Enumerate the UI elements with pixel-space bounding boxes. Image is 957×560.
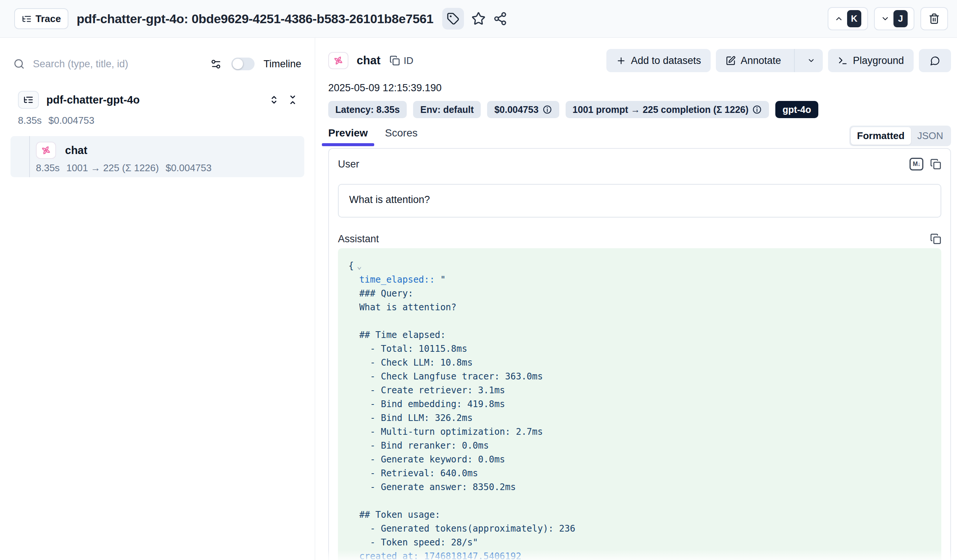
info-icon[interactable] <box>542 105 552 114</box>
code-line: time_elapsed:: " <box>348 273 931 287</box>
observation-title: chat <box>357 54 381 67</box>
metric-badge: Env: default <box>413 101 481 118</box>
trace-root-metrics: 8.35s $0.004753 <box>18 115 297 126</box>
generation-node-badge <box>36 142 56 159</box>
observation-actions: Add to datasets Annotate <box>606 49 951 72</box>
code-line: created_at: 1746818147.5406192 <box>348 549 931 560</box>
share-button[interactable] <box>493 12 507 26</box>
user-message-content: What is attention? <box>338 184 941 218</box>
collapse-chevron-icon[interactable]: ⌄ <box>357 261 362 271</box>
assistant-json-output: {⌄ time_elapsed:: " ### Query: What is a… <box>338 248 941 560</box>
metric-badge: $0.004753 <box>487 101 559 118</box>
tag-icon <box>447 12 460 25</box>
tree-search-input[interactable] <box>33 58 206 70</box>
tree-expand-actions <box>268 94 298 106</box>
view-settings-button[interactable] <box>210 58 222 70</box>
fold-vertical-icon[interactable] <box>287 94 298 106</box>
toggle-knob <box>232 59 243 69</box>
format-option-json[interactable]: JSON <box>911 127 949 145</box>
badge-label: Env: default <box>420 104 474 115</box>
code-line: - Generate answer: 8350.2ms <box>348 480 931 494</box>
tree-item-chat-selected[interactable]: chat 8.35s 1001 → 225 (Σ 1226) $0.004753 <box>11 136 304 177</box>
button-divider <box>794 49 795 72</box>
badge-label: 1001 prompt → 225 completion (Σ 1226) <box>573 104 749 115</box>
add-to-datasets-button[interactable]: Add to datasets <box>606 49 711 72</box>
list-tree-icon <box>22 14 32 24</box>
chevron-down-icon <box>881 14 890 23</box>
star-icon <box>471 12 486 26</box>
trace-tree-sidebar: Timeline pdf-chatter-gpt-4o 8.35s $0.004… <box>0 38 315 560</box>
generation-pinwheel-icon <box>40 145 52 156</box>
code-line: - Generate keyword: 0.0ms <box>348 453 931 467</box>
code-line: - Check Langfuse tracer: 363.0ms <box>348 370 931 383</box>
timeline-label: Timeline <box>264 58 301 70</box>
code-line: - Check LLM: 10.8ms <box>348 356 931 370</box>
delete-trace-button[interactable] <box>921 7 948 30</box>
annotate-main[interactable]: Annotate <box>716 49 789 72</box>
badge-label: gpt-4o <box>782 104 811 115</box>
trace-detail-page: Trace pdf-chatter-gpt-4o: 0bde9629-4251-… <box>0 0 957 560</box>
tab-preview[interactable]: Preview <box>328 127 368 146</box>
share-icon <box>493 12 507 26</box>
trace-node-badge <box>18 91 39 109</box>
info-icon[interactable] <box>752 105 762 114</box>
assistant-section-header: Assistant <box>338 232 941 245</box>
tree-root-trace[interactable]: pdf-chatter-gpt-4o <box>18 91 298 109</box>
annotate-button[interactable]: Annotate <box>716 49 823 72</box>
observation-timestamp: 2025-05-09 12:15:39.190 <box>328 82 951 94</box>
metric-badge: 1001 prompt → 225 completion (Σ 1226) <box>565 101 769 118</box>
timeline-toggle[interactable] <box>231 58 254 70</box>
preview-panel: User M↓ What is attention? Assistant <box>328 148 951 560</box>
comments-button[interactable] <box>919 49 951 72</box>
copy-id-button[interactable]: ID <box>390 55 414 66</box>
observation-detail: chat ID Add to datasets Annotate <box>315 38 957 560</box>
bookmark-star-button[interactable] <box>471 12 486 26</box>
id-label: ID <box>404 55 414 66</box>
tab-scores[interactable]: Scores <box>385 127 418 146</box>
tree-item-name: chat <box>65 144 87 157</box>
tags-button[interactable] <box>442 8 464 30</box>
annotate-dropdown[interactable] <box>800 49 823 72</box>
code-line: {⌄ <box>348 259 931 273</box>
top-bar-left: Trace pdf-chatter-gpt-4o: 0bde9629-4251-… <box>14 8 507 30</box>
copy-user-content-button[interactable] <box>930 158 941 170</box>
terminal-icon <box>838 56 848 66</box>
active-tab-indicator <box>322 143 374 146</box>
assistant-section-icons <box>930 233 941 245</box>
copy-icon <box>390 55 400 66</box>
markdown-toggle-icon[interactable]: M↓ <box>910 158 923 170</box>
metric-badges: Latency: 8.35sEnv: default$0.0047531001 … <box>328 101 951 118</box>
chevron-down-icon <box>807 57 815 65</box>
chevron-up-icon <box>834 14 843 23</box>
user-section-header: User M↓ <box>338 158 941 170</box>
tree-item-metrics: 8.35s 1001 → 225 (Σ 1226) $0.004753 <box>36 162 304 174</box>
code-line: ## Token usage: <box>348 508 931 522</box>
code-line: - Retrieval: 640.0ms <box>348 467 931 480</box>
code-line: - Bind embedding: 419.8ms <box>348 398 931 411</box>
tree-indent-guide <box>29 136 30 177</box>
item-cost: $0.004753 <box>166 162 212 174</box>
unfold-vertical-icon[interactable] <box>268 94 280 106</box>
next-trace-button[interactable]: J <box>874 7 914 30</box>
code-line: - Total: 10115.8ms <box>348 342 931 356</box>
trace-type-badge: Trace <box>14 8 68 29</box>
code-line: - Bind reranker: 0.0ms <box>348 439 931 453</box>
comment-bubble-icon <box>930 56 940 66</box>
code-line: What is attention? <box>348 301 931 314</box>
prev-trace-button[interactable]: K <box>828 7 868 30</box>
code-line: - Generated tokens(approximately): 236 <box>348 522 931 536</box>
code-line: - Create retriever: 3.1ms <box>348 383 931 398</box>
trace-latency: 8.35s <box>18 115 42 126</box>
format-option-formatted[interactable]: Formatted <box>851 127 911 145</box>
detail-tabs: Preview Scores Formatted JSON <box>328 126 951 146</box>
user-section-icons: M↓ <box>910 158 941 170</box>
playground-button[interactable]: Playground <box>828 49 914 72</box>
assistant-section-title: Assistant <box>338 233 379 245</box>
item-tokens: 1001 → 225 (Σ 1226) <box>66 162 159 174</box>
generation-pinwheel-icon <box>333 55 344 66</box>
code-line: - Multi-turn optimization: 2.7ms <box>348 425 931 439</box>
copy-assistant-content-button[interactable] <box>930 233 941 245</box>
code-line: ### Query: <box>348 287 931 301</box>
observation-header: chat ID Add to datasets Annotate <box>328 49 951 72</box>
sliders-icon <box>210 58 222 70</box>
